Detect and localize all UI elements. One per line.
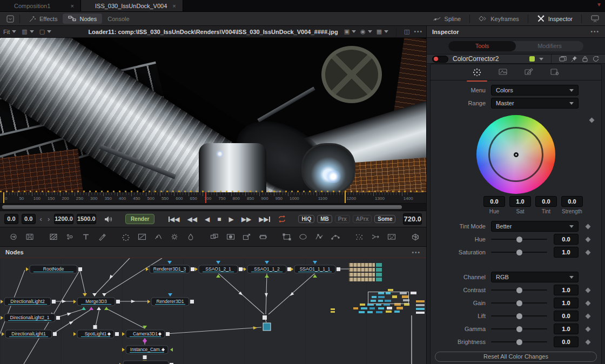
nodes-menu-button[interactable]: •••	[412, 250, 421, 255]
sat-value[interactable]: 1.0	[509, 196, 531, 207]
brightness-value[interactable]: 0.0	[554, 336, 579, 347]
brightness-contrast-icon[interactable]	[166, 231, 183, 243]
viewer-image[interactable]	[0, 38, 426, 192]
keyframe-diamond-icon[interactable]	[586, 300, 591, 306]
paint-icon[interactable]	[94, 231, 110, 243]
transform-icon[interactable]	[255, 231, 271, 243]
playhead[interactable]	[205, 192, 206, 204]
keyframe-diamond-icon[interactable]	[586, 237, 591, 242]
graph-node[interactable]	[119, 361, 173, 364]
view-mode-dropdown[interactable]: ▢	[39, 28, 51, 35]
graph-node[interactable]: SSAO1_1_2	[244, 261, 291, 278]
slider-handle[interactable]	[516, 313, 522, 319]
graph-node[interactable]: Instance_Cam...	[122, 338, 173, 363]
lift-slider[interactable]	[491, 311, 547, 321]
saturation-slider[interactable]	[491, 247, 547, 258]
panel-toggle-button[interactable]	[585, 14, 605, 24]
grid-dropdown[interactable]: ▦	[377, 28, 388, 35]
merge-icon[interactable]	[206, 231, 223, 243]
loop-button[interactable]	[274, 215, 290, 223]
fast-forward-button[interactable]: ▶▶	[238, 215, 255, 223]
strength-value[interactable]: 0.0	[561, 196, 583, 207]
timeline-scrollbar[interactable]	[2, 205, 402, 209]
keyframes-button[interactable]: Keyframes	[473, 14, 525, 24]
effects-button[interactable]: Effects	[23, 14, 63, 24]
goto-end-button[interactable]: ▶▶	[255, 215, 273, 223]
contrast-slider[interactable]	[491, 285, 547, 295]
tint-value[interactable]: 0.0	[535, 196, 557, 207]
colorcurves-icon[interactable]	[134, 231, 150, 243]
contrast-value[interactable]: 1.0	[554, 285, 579, 295]
timeline-ruler[interactable]: 0501001502002503003504004505005506006507…	[0, 192, 426, 204]
tab-iss-030-issundock[interactable]: ISS_030_IssUnDock_V004 ×	[81, 0, 183, 11]
hue-value[interactable]: 0.0	[554, 234, 579, 245]
selected-node[interactable]	[263, 323, 271, 331]
split-view-icon[interactable]: ◫	[404, 28, 409, 35]
text-plus-icon[interactable]	[78, 231, 94, 243]
saturation-value[interactable]: 1.0	[554, 247, 579, 258]
current-frame-field[interactable]: 720.0	[403, 213, 422, 225]
keyframe-diamond-icon[interactable]	[586, 313, 591, 319]
quality-toggle-prx[interactable]: Prx	[335, 215, 350, 223]
tint-mode-select[interactable]: Better	[491, 221, 579, 232]
pemitter-icon[interactable]	[351, 231, 367, 243]
polygon-mask-icon[interactable]	[311, 231, 327, 243]
close-icon[interactable]: ×	[171, 3, 177, 9]
render-end-field[interactable]: 1200.0	[54, 214, 73, 224]
graph-node[interactable]: SSAO1_1_1_1	[291, 261, 340, 278]
goto-start-button[interactable]: ◀◀	[165, 215, 183, 223]
channel-dropdown[interactable]: ▥	[22, 28, 33, 35]
tab-options-icon[interactable]	[521, 65, 537, 79]
graph-node[interactable]: Camera3D1	[122, 326, 170, 338]
keyframe-diamond-icon[interactable]	[586, 224, 591, 229]
navigator-view-rect[interactable]	[368, 292, 409, 304]
next-key-button[interactable]: ›	[46, 215, 51, 223]
console-button[interactable]: Console	[102, 14, 135, 24]
loader-icon[interactable]	[5, 231, 22, 243]
bspline-mask-icon[interactable]	[327, 231, 344, 243]
graph-node[interactable]: SpotLight1	[73, 325, 119, 338]
graph-node[interactable]: DirectionalLight2	[1, 298, 56, 306]
toolbar-options-button[interactable]	[4, 14, 16, 24]
slider-handle[interactable]	[516, 300, 522, 306]
audio-button[interactable]	[104, 215, 112, 223]
versions-button[interactable]	[559, 56, 567, 62]
brightness-slider[interactable]	[491, 336, 547, 347]
pin-button[interactable]	[571, 56, 577, 62]
fast-rewind-button[interactable]: ◀◀	[183, 215, 200, 223]
inspector-button[interactable]: Inspector	[532, 14, 578, 24]
node-color-swatch[interactable]	[529, 56, 535, 62]
nodes-button[interactable]: Nodes	[63, 14, 102, 24]
node-enable-toggle[interactable]	[432, 56, 448, 63]
tab-settings-icon[interactable]	[547, 65, 563, 79]
render-start-field[interactable]: 0.0	[22, 214, 36, 224]
pmerge-icon[interactable]	[367, 231, 384, 243]
gain-value[interactable]: 1.0	[554, 298, 579, 308]
quality-toggle-aprx[interactable]: APrx	[353, 215, 372, 223]
play-reverse-button[interactable]: ◀	[201, 215, 213, 223]
saver-icon[interactable]	[22, 231, 38, 243]
tab-modifiers[interactable]: Modifiers	[516, 41, 583, 51]
fit-dropdown[interactable]: Fit	[3, 29, 16, 35]
tab-composition1[interactable]: Composition1 ×	[0, 0, 81, 11]
reset-all-button[interactable]: Reset All Color Changes	[435, 352, 597, 362]
slider-handle[interactable]	[516, 339, 522, 345]
tab-tools[interactable]: Tools	[448, 41, 516, 51]
play-button[interactable]: ▶	[225, 215, 237, 223]
inspector-menu-button[interactable]: •••	[590, 29, 600, 35]
shape3d-icon[interactable]	[407, 231, 424, 243]
blur-icon[interactable]	[183, 231, 199, 243]
slider-handle[interactable]	[516, 287, 522, 293]
color-wheel[interactable]	[476, 115, 555, 194]
rectangle-mask-icon[interactable]	[279, 231, 295, 243]
graph-node[interactable]: DirectionalLight1	[2, 330, 57, 338]
stop-button[interactable]: ■	[213, 215, 225, 223]
background-icon[interactable]	[45, 231, 62, 243]
tab-correction-icon[interactable]	[469, 65, 485, 79]
node-graph[interactable]: RootNodeRenderer3D1_3SSAO1_2_1SSAO1_1_2S…	[0, 258, 426, 364]
keyframe-diamond-icon[interactable]	[586, 287, 591, 293]
reset-node-button[interactable]	[593, 56, 600, 62]
gamma-slider[interactable]	[491, 323, 547, 334]
slider-handle[interactable]	[516, 250, 522, 255]
hue-slider[interactable]	[491, 234, 547, 245]
